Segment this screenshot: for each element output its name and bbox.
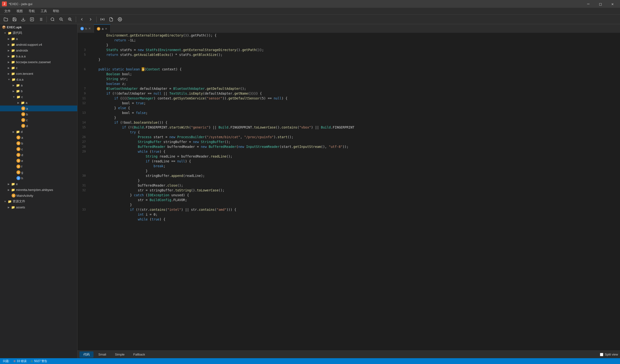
sidebar-item-daa-c-b[interactable]: c b xyxy=(0,111,77,117)
menu-tools[interactable]: 工具 xyxy=(38,8,49,14)
export-button[interactable] xyxy=(19,15,27,23)
sidebar-item-daa-c[interactable]: ▼ 📁 c xyxy=(0,94,77,100)
nav-forward-button[interactable] xyxy=(87,15,94,23)
code-line-3: 3 StatFs statFs = new StatFs(Environment… xyxy=(78,47,620,52)
code-line-27: 27 StringBuffer stringBuffer = new Strin… xyxy=(78,139,620,144)
chevron-right-icon: ▶ xyxy=(8,189,10,191)
code-line-5: 5 return statFs.getAvailableBlocks() * s… xyxy=(78,52,620,57)
sidebar-item-daa-class-e[interactable]: c e xyxy=(0,158,77,164)
svg-point-8 xyxy=(51,18,54,21)
export2-button[interactable] xyxy=(28,15,36,23)
chevron-right-icon: ▶ xyxy=(8,206,10,209)
class-icon-orange: c xyxy=(21,106,25,110)
save-all-button[interactable] xyxy=(11,15,18,23)
sidebar-item-com-tencent[interactable]: ▶ 📁 com.tencent xyxy=(0,71,77,76)
bottom-tab-fallback[interactable]: Fallback xyxy=(129,352,149,357)
tab-bar: c h ✕ c a ✕ xyxy=(78,24,620,33)
sidebar-root-file[interactable]: 📦 EXEC.apk xyxy=(0,24,77,30)
sidebar-item-daa-class-b[interactable]: c b xyxy=(0,140,77,146)
code-line-else: } else { xyxy=(78,106,620,110)
sidebar-item-daa-class-a[interactable]: c a xyxy=(0,135,77,140)
decompile-button[interactable] xyxy=(99,15,106,23)
code-line-13: 13 bool = false; xyxy=(78,110,620,115)
sidebar-item-daa-class-g[interactable]: c g xyxy=(0,169,77,175)
minimize-button[interactable]: ─ xyxy=(583,0,594,8)
folder-icon: 📁 xyxy=(16,95,20,99)
sidebar-item-daa[interactable]: ▼ 📁 d.a.a xyxy=(0,76,77,82)
code-editor[interactable]: Environment.getExternalStorageDirectory(… xyxy=(78,33,620,350)
sidebar-label-androidx: androidx xyxy=(16,49,28,52)
menu-help[interactable]: 帮助 xyxy=(50,8,62,14)
sidebar-item-daa-class-h[interactable]: c h xyxy=(0,175,77,181)
toolbar-separator-1 xyxy=(46,16,47,22)
sidebar-item-daa-c-a-class[interactable]: c a xyxy=(0,106,77,111)
code-line-31: 31 bufferedReader.close(); xyxy=(78,183,620,188)
sidebar-item-daa-d[interactable]: ▶ 📁 d xyxy=(0,129,77,135)
tab-close-a[interactable]: ✕ xyxy=(105,27,107,30)
bottom-tab-smali[interactable]: Smali xyxy=(94,352,110,357)
sidebar-item-baaa[interactable]: ▶ 📁 b.a.a.a xyxy=(0,53,77,59)
search-all-button[interactable] xyxy=(66,15,74,23)
class-icon-orange: c xyxy=(16,165,20,168)
sidebar-item-daa-class-d[interactable]: c d xyxy=(0,152,77,158)
split-view-checkbox[interactable] xyxy=(600,353,603,356)
code-line-32: 32 str = stringBuffer.toString().toLower… xyxy=(78,188,620,193)
menu-bar: 文件 视图 导航 工具 帮助 xyxy=(0,8,620,15)
sidebar-item-daa-c-c[interactable]: c c xyxy=(0,117,77,123)
sidebar-item-daa-c-a-folder[interactable]: ▶ 📁 a xyxy=(0,100,77,106)
settings-button[interactable] xyxy=(116,15,124,23)
sidebar-label-daa-class-a: a xyxy=(21,136,23,139)
folder-icon: 📁 xyxy=(16,83,20,87)
chevron-right-icon: ▶ xyxy=(8,72,10,75)
menu-view[interactable]: 视图 xyxy=(14,8,25,14)
sidebar-item-resources[interactable]: ▼ 📁 资源文件 xyxy=(0,198,77,204)
sidebar-item-androidx[interactable]: ▶ 📁 androidx xyxy=(0,47,77,53)
bottom-tab-code[interactable]: 代码 xyxy=(79,351,93,358)
code-line-break: break; xyxy=(78,164,620,168)
sidebar-item-bccsejw[interactable]: ▶ 📁 bccsejw.sxexrix.zaswnwt xyxy=(0,59,77,65)
menu-nav[interactable]: 导航 xyxy=(26,8,37,14)
toolbar-separator-2 xyxy=(76,16,76,22)
sidebar-label-c: c xyxy=(16,66,18,70)
class-icon-orange: c xyxy=(21,112,25,116)
sidebar-label-com-tencent: com.tencent xyxy=(16,72,33,76)
sidebar-item-daa-c-d[interactable]: c d xyxy=(0,123,77,129)
nav-back-button[interactable] xyxy=(78,15,86,23)
list-button[interactable] xyxy=(37,15,45,23)
code-line-9: 9 if (!(defaultAdapter == null || TextUt… xyxy=(78,91,620,96)
folder-icon: 📁 xyxy=(11,182,15,186)
chevron-right-icon: ▶ xyxy=(8,61,10,63)
search-button[interactable] xyxy=(49,15,56,23)
maximize-button[interactable]: □ xyxy=(595,0,606,8)
bottom-tab-simple[interactable]: Simple xyxy=(111,352,129,357)
folder-icon: 📁 xyxy=(8,200,12,203)
open-button[interactable] xyxy=(2,15,10,23)
search-dec-button[interactable] xyxy=(57,15,65,23)
tab-close-h[interactable]: ✕ xyxy=(88,27,91,30)
sidebar-item-a[interactable]: ▶ 📁 a xyxy=(0,36,77,42)
folder-icon: 📁 xyxy=(11,66,15,70)
sidebar-item-assets[interactable]: ▶ 📁 assets xyxy=(0,204,77,210)
close-button[interactable]: ✕ xyxy=(607,0,618,8)
sidebar-label-bccsejw: bccsejw.sxexrix.zaswnwt xyxy=(16,60,51,64)
sidebar-item-sourcecode[interactable]: ▼ 📁 源代码 xyxy=(0,30,77,36)
sidebar-item-c[interactable]: ▶ 📁 c xyxy=(0,65,77,71)
sidebar-item-daa-a[interactable]: ▶ 📁 a xyxy=(0,82,77,88)
sidebar-item-e[interactable]: ▶ 📁 e xyxy=(0,181,77,187)
tab-a[interactable]: c a ✕ xyxy=(94,24,110,33)
sidebar-item-daa-class-f[interactable]: c f xyxy=(0,164,77,169)
sidebar-item-daa-class-c[interactable]: c c xyxy=(0,146,77,152)
sidebar-item-daa-b[interactable]: ▶ 📁 b xyxy=(0,88,77,94)
tab-h[interactable]: c h ✕ xyxy=(78,24,94,33)
sidebar-item-android-support[interactable]: ▶ 📁 android.support.v4 xyxy=(0,42,77,47)
log-button[interactable] xyxy=(107,15,115,23)
svg-point-17 xyxy=(102,19,103,20)
sidebar-label-assets: assets xyxy=(16,205,25,209)
code-line-12: 12 bool = true; xyxy=(78,101,620,106)
menu-file[interactable]: 文件 xyxy=(2,8,13,14)
sidebar-item-minmtta[interactable]: ▶ 📁 minmtta.hemjcbm.ahibyws xyxy=(0,187,77,193)
code-line-boolz: boolean z; xyxy=(78,81,620,86)
code-line-top: Environment.getExternalStorageDirectory(… xyxy=(78,33,620,38)
sidebar-item-mainactivity[interactable]: c MainActivity xyxy=(0,193,77,198)
code-line-empty1: } xyxy=(78,43,620,47)
